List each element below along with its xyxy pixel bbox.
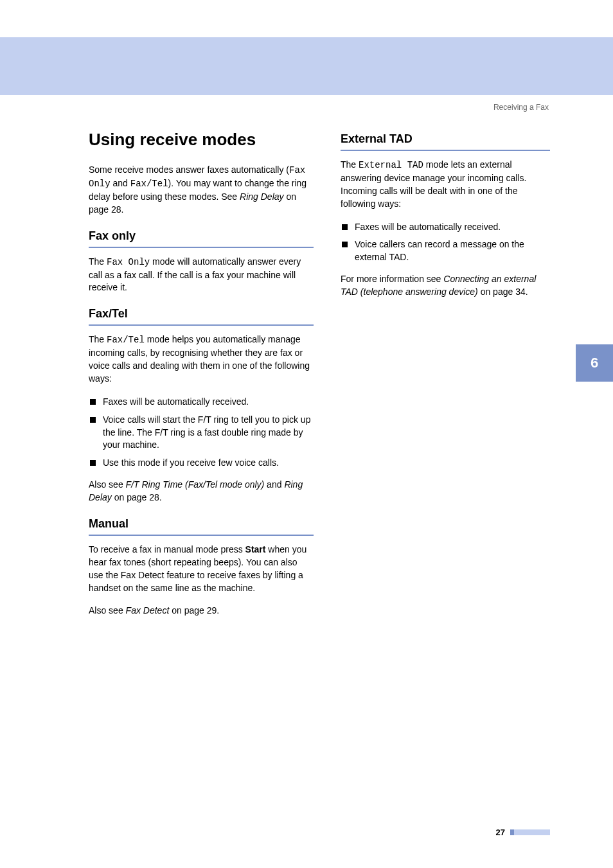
list-item: Use this mode if you receive few voice c… (89, 457, 314, 470)
fax-only-text-a: The (89, 256, 107, 267)
fax-tel-rule (89, 324, 314, 326)
fax-tel-code: Fax/Tel (107, 335, 145, 345)
ext-tad-text-a: The (341, 159, 359, 170)
manual-heading: Manual (89, 517, 314, 531)
page-number-bar-icon (510, 829, 550, 835)
manual-also-tail: on page 29. (169, 605, 219, 616)
manual-also-a: Also see (89, 605, 126, 616)
fax-only-paragraph: The Fax Only mode will automatically ans… (89, 256, 314, 295)
manual-text-a: To receive a fax in manual mode press (89, 544, 245, 554)
fax-tel-text-a: The (89, 334, 107, 344)
page-number-block: 27 (496, 828, 550, 837)
right-column: External TAD The External TAD mode lets … (341, 130, 550, 628)
external-tad-more-info: For more information see Connecting an e… (341, 273, 550, 299)
main-heading: Using receive modes (89, 130, 314, 150)
intro-code-2: Fax/Tel (130, 179, 168, 189)
manual-rule (89, 535, 314, 536)
manual-paragraph: To receive a fax in manual mode press St… (89, 544, 314, 595)
manual-also-i: Fax Detect (126, 605, 170, 616)
intro-paragraph: Some receive modes answer faxes automati… (89, 164, 314, 217)
fax-only-heading: Fax only (89, 229, 314, 243)
fax-only-rule (89, 247, 314, 248)
left-column: Using receive modes Some receive modes a… (89, 130, 314, 628)
external-tad-paragraph: The External TAD mode lets an external a… (341, 159, 550, 211)
intro-italic: Ring Delay (240, 191, 283, 202)
chapter-number: 6 (591, 355, 598, 371)
fax-tel-bullets: Faxes will be automatically received. Vo… (89, 396, 314, 470)
list-item: Faxes will be automatically received. (341, 221, 550, 234)
fax-tel-heading: Fax/Tel (89, 307, 314, 321)
fax-tel-also: Also see F/T Ring Time (Fax/Tel mode onl… (89, 479, 314, 504)
fax-tel-also-tail: on page 28. (112, 492, 162, 502)
breadcrumb: Receiving a Fax (493, 103, 549, 112)
manual-bold: Start (245, 544, 266, 554)
fax-tel-also-i1: F/T Ring Time (Fax/Tel mode only) (126, 479, 265, 490)
fax-tel-also-mid: and (264, 479, 284, 490)
external-tad-heading: External TAD (341, 132, 550, 146)
list-item: Voice calls will start the F/T ring to t… (89, 414, 314, 452)
chapter-tab: 6 (576, 344, 613, 382)
header-top-margin (0, 0, 613, 37)
page: Receiving a Fax Using receive modes Some… (0, 0, 613, 868)
content-columns: Using receive modes Some receive modes a… (89, 130, 550, 628)
fax-only-code: Fax Only (107, 257, 150, 267)
external-tad-bullets: Faxes will be automatically received. Vo… (341, 221, 550, 265)
fax-tel-also-a: Also see (89, 479, 126, 490)
list-item: Faxes will be automatically received. (89, 396, 314, 409)
fax-tel-paragraph: The Fax/Tel mode helps you automatically… (89, 333, 314, 385)
ext-tad-p2tail: on page 34. (478, 287, 528, 297)
ext-tad-p2a: For more information see (341, 274, 443, 284)
manual-also: Also see Fax Detect on page 29. (89, 605, 314, 617)
intro-text-1: Some receive modes answer faxes automati… (89, 164, 289, 175)
list-item: Voice callers can record a message on th… (341, 238, 550, 264)
external-tad-rule (341, 150, 550, 151)
intro-text-mid1: and (111, 178, 130, 188)
ext-tad-code: External TAD (359, 160, 423, 170)
page-number: 27 (496, 828, 505, 837)
